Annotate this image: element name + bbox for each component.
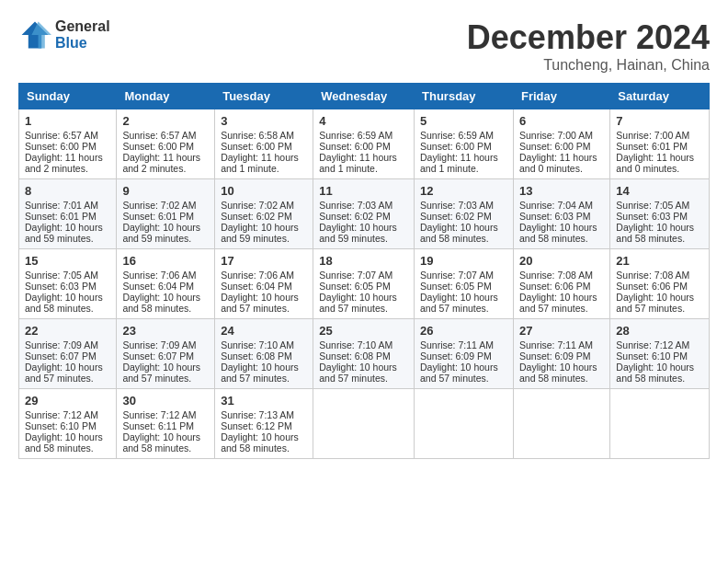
- day-info-line: and 58 minutes.: [616, 233, 703, 244]
- logo-icon: [18, 18, 51, 52]
- day-info-line: Sunset: 6:00 PM: [221, 141, 307, 152]
- day-info-line: and 57 minutes.: [221, 303, 307, 314]
- day-info-line: Sunset: 6:02 PM: [221, 211, 307, 222]
- day-info-line: Daylight: 10 hours: [519, 292, 604, 303]
- day-info-line: Daylight: 10 hours: [221, 362, 307, 373]
- day-info-line: and 59 minutes.: [221, 233, 307, 244]
- day-info-line: Sunset: 6:09 PM: [519, 350, 604, 362]
- calendar-week-row: 29Sunrise: 7:12 AMSunset: 6:10 PMDayligh…: [19, 389, 710, 459]
- day-number: 18: [319, 254, 408, 268]
- calendar-cell: 30Sunrise: 7:12 AMSunset: 6:11 PMDayligh…: [117, 389, 215, 459]
- day-info-line: Daylight: 10 hours: [25, 362, 110, 373]
- calendar-week-row: 22Sunrise: 7:09 AMSunset: 6:07 PMDayligh…: [19, 319, 710, 389]
- day-info-line: Sunset: 6:00 PM: [122, 141, 209, 152]
- day-info-line: Daylight: 10 hours: [616, 222, 703, 233]
- day-number: 4: [319, 114, 408, 128]
- day-info-line: and 0 minutes.: [616, 163, 703, 174]
- day-number: 22: [25, 324, 110, 338]
- day-info-line: Sunrise: 7:07 AM: [319, 270, 408, 281]
- day-info-line: Sunset: 6:10 PM: [25, 420, 110, 431]
- day-info-line: and 57 minutes.: [616, 303, 703, 314]
- day-info-line: Sunrise: 7:12 AM: [616, 339, 703, 350]
- day-info-line: Sunrise: 7:03 AM: [319, 200, 408, 211]
- day-info-line: Sunrise: 7:01 AM: [25, 200, 110, 211]
- weekday-header-monday: Monday: [117, 84, 215, 109]
- day-info-line: and 0 minutes.: [519, 163, 604, 174]
- day-info-line: Sunset: 6:00 PM: [319, 141, 408, 152]
- calendar-cell: 25Sunrise: 7:10 AMSunset: 6:08 PMDayligh…: [313, 319, 415, 389]
- day-info-line: Sunset: 6:08 PM: [319, 350, 408, 362]
- calendar-cell: 8Sunrise: 7:01 AMSunset: 6:01 PMDaylight…: [19, 179, 117, 249]
- day-info-line: Daylight: 10 hours: [122, 222, 209, 233]
- day-number: 5: [420, 114, 507, 128]
- title-block: December 2024 Tuncheng, Hainan, China: [467, 18, 710, 74]
- day-number: 29: [25, 394, 110, 408]
- day-info-line: Sunrise: 7:03 AM: [420, 200, 507, 211]
- day-number: 19: [420, 254, 507, 268]
- calendar-cell: 23Sunrise: 7:09 AMSunset: 6:07 PMDayligh…: [117, 319, 215, 389]
- day-info-line: Daylight: 11 hours: [122, 152, 209, 163]
- calendar-cell: 31Sunrise: 7:13 AMSunset: 6:12 PMDayligh…: [215, 389, 313, 459]
- calendar-cell: [513, 389, 609, 459]
- day-info-line: Sunset: 6:01 PM: [25, 211, 110, 222]
- calendar-cell: [610, 389, 710, 459]
- calendar-cell: 20Sunrise: 7:08 AMSunset: 6:06 PMDayligh…: [513, 249, 609, 319]
- day-info-line: and 58 minutes.: [519, 233, 604, 244]
- calendar-cell: 22Sunrise: 7:09 AMSunset: 6:07 PMDayligh…: [19, 319, 117, 389]
- day-info-line: Sunset: 6:05 PM: [319, 281, 408, 292]
- day-info-line: and 57 minutes.: [420, 373, 507, 384]
- day-info-line: and 58 minutes.: [420, 233, 507, 244]
- day-number: 14: [616, 184, 703, 198]
- day-info-line: Sunrise: 7:09 AM: [25, 339, 110, 350]
- day-info-line: and 1 minute.: [319, 163, 408, 174]
- day-info-line: Daylight: 10 hours: [519, 362, 604, 373]
- calendar-cell: 27Sunrise: 7:11 AMSunset: 6:09 PMDayligh…: [513, 319, 609, 389]
- day-info-line: and 58 minutes.: [519, 373, 604, 384]
- day-number: 15: [25, 254, 110, 268]
- day-info-line: Sunset: 6:00 PM: [519, 141, 604, 152]
- day-info-line: Daylight: 11 hours: [519, 152, 604, 163]
- calendar-cell: 21Sunrise: 7:08 AMSunset: 6:06 PMDayligh…: [610, 249, 710, 319]
- calendar-cell: 6Sunrise: 7:00 AMSunset: 6:00 PMDaylight…: [513, 109, 609, 179]
- calendar-week-row: 15Sunrise: 7:05 AMSunset: 6:03 PMDayligh…: [19, 249, 710, 319]
- day-number: 31: [221, 394, 307, 408]
- day-info-line: Sunset: 6:01 PM: [616, 141, 703, 152]
- day-info-line: Sunset: 6:07 PM: [122, 350, 209, 362]
- calendar-cell: 17Sunrise: 7:06 AMSunset: 6:04 PMDayligh…: [215, 249, 313, 319]
- day-info-line: Sunset: 6:04 PM: [221, 281, 307, 292]
- day-info-line: and 2 minutes.: [25, 163, 110, 174]
- day-number: 13: [519, 184, 604, 198]
- day-info-line: and 57 minutes.: [420, 303, 507, 314]
- day-info-line: and 59 minutes.: [319, 233, 408, 244]
- page-header: General Blue December 2024 Tuncheng, Hai…: [18, 18, 710, 74]
- day-info-line: Daylight: 11 hours: [616, 152, 703, 163]
- logo: General Blue: [18, 18, 110, 52]
- calendar-cell: 18Sunrise: 7:07 AMSunset: 6:05 PMDayligh…: [313, 249, 415, 319]
- day-info-line: Sunset: 6:10 PM: [616, 350, 703, 362]
- day-info-line: Sunrise: 7:11 AM: [519, 339, 604, 350]
- day-info-line: and 2 minutes.: [122, 163, 209, 174]
- day-number: 2: [122, 114, 209, 128]
- day-number: 12: [420, 184, 507, 198]
- day-info-line: Sunset: 6:02 PM: [420, 211, 507, 222]
- month-title: December 2024: [467, 18, 710, 57]
- day-info-line: Daylight: 10 hours: [319, 292, 408, 303]
- logo-general-text: General: [55, 18, 110, 35]
- day-info-line: Sunset: 6:06 PM: [519, 281, 604, 292]
- calendar-cell: 16Sunrise: 7:06 AMSunset: 6:04 PMDayligh…: [117, 249, 215, 319]
- calendar-cell: 4Sunrise: 6:59 AMSunset: 6:00 PMDaylight…: [313, 109, 415, 179]
- day-info-line: Daylight: 11 hours: [319, 152, 408, 163]
- day-info-line: Daylight: 10 hours: [221, 431, 307, 442]
- day-info-line: and 57 minutes.: [519, 303, 604, 314]
- day-number: 11: [319, 184, 408, 198]
- calendar-cell: 14Sunrise: 7:05 AMSunset: 6:03 PMDayligh…: [610, 179, 710, 249]
- day-number: 27: [519, 324, 604, 338]
- day-info-line: and 58 minutes.: [122, 442, 209, 454]
- day-info-line: Sunrise: 7:00 AM: [519, 130, 604, 141]
- calendar-cell: 9Sunrise: 7:02 AMSunset: 6:01 PMDaylight…: [117, 179, 215, 249]
- day-info-line: Sunrise: 7:11 AM: [420, 339, 507, 350]
- day-info-line: Sunset: 6:03 PM: [25, 281, 110, 292]
- day-info-line: Sunrise: 6:57 AM: [25, 130, 110, 141]
- day-number: 26: [420, 324, 507, 338]
- day-number: 3: [221, 114, 307, 128]
